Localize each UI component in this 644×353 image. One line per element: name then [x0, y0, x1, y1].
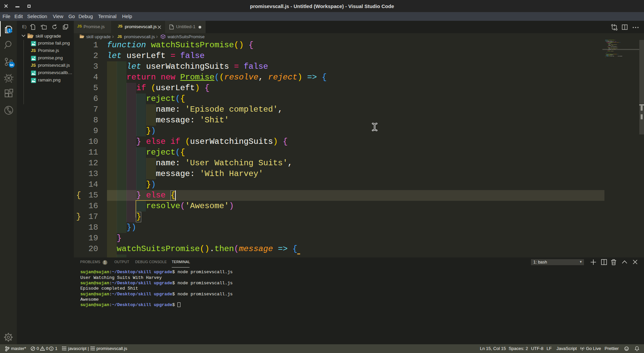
svg-text:5K: 5K: [10, 63, 14, 67]
svg-text:1: 1: [9, 29, 11, 33]
